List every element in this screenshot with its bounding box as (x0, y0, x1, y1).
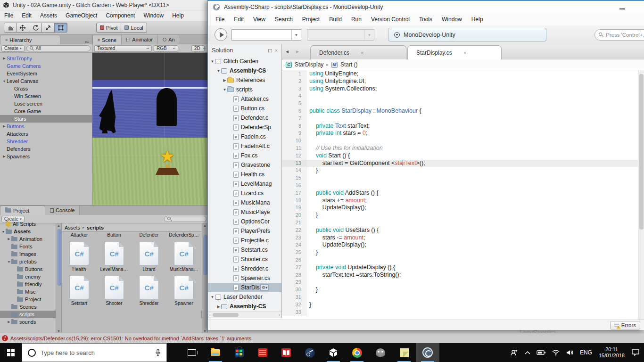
expand-down-icon[interactable]: ▼ (222, 88, 227, 92)
solution-item-shredder-c[interactable]: #Shredder.c (208, 264, 281, 273)
solution-item-projectile-c[interactable]: #Projectile.c (208, 236, 281, 245)
battery-button[interactable] (534, 343, 548, 362)
solution-item-playerprefs[interactable]: #PlayerPrefs (208, 226, 281, 236)
tab-animator[interactable]: Animator (122, 35, 158, 44)
line-number[interactable]: 8 (282, 123, 306, 130)
minimize-button[interactable] (619, 4, 626, 9)
line-number[interactable]: 3 (282, 85, 306, 93)
line-number[interactable]: 23 (282, 234, 306, 242)
project-tree-scrollbar[interactable]: ▲ ▼ (56, 223, 62, 333)
line-number[interactable]: 11 (282, 145, 306, 152)
code-line-31[interactable]: 31 (282, 294, 638, 301)
scroll-right-icon[interactable]: › (279, 313, 280, 317)
code-line-20[interactable]: 20 } (282, 212, 638, 219)
expand-right-icon[interactable]: ▶ (222, 78, 227, 82)
scrollbar-thumb[interactable] (203, 235, 207, 275)
asset-shredder[interactable]: C#Shredder (132, 276, 166, 306)
unity-menu-file[interactable]: File (0, 11, 17, 20)
line-number[interactable]: 9 (282, 130, 306, 137)
line-number[interactable]: 33 (282, 309, 306, 316)
expand-down-icon[interactable]: ▼ (210, 59, 215, 64)
code-line-30[interactable]: 30 } (282, 286, 638, 294)
code-line-1[interactable]: 1using UnityEngine; (282, 70, 638, 78)
line-number[interactable]: 17 (282, 189, 306, 197)
expand-down-icon[interactable]: ▼ (2, 80, 7, 83)
local-toggle-button[interactable]: Local (121, 23, 147, 33)
line-number[interactable]: 29 (282, 279, 306, 286)
md-menu-project[interactable]: Project (297, 15, 324, 24)
microsoft-store-button[interactable] (227, 343, 251, 362)
line-number[interactable]: 14 (282, 167, 306, 174)
solution-item-musicmana[interactable]: #MusicMana (208, 198, 281, 207)
hierarchy-item-buttons[interactable]: ▶Buttons (0, 123, 92, 130)
line-number[interactable]: 25 (282, 249, 306, 256)
start-button[interactable] (0, 343, 22, 362)
tab-project[interactable]: Project (0, 206, 45, 215)
solution-item-musicplaye[interactable]: #MusicPlaye (208, 207, 281, 217)
code-line-16[interactable]: 16 (282, 182, 638, 189)
solution-item-attacker-cs[interactable]: #Attacker.cs (208, 94, 281, 104)
scroll-up-icon[interactable]: ▲ (56, 224, 61, 227)
asset-lizard[interactable]: C#Lizard (132, 242, 166, 272)
asset-shooter[interactable]: C#Shooter (97, 276, 132, 306)
line-number[interactable]: 4 (282, 92, 306, 100)
hierarchy-item-grass[interactable]: Grass (0, 85, 92, 92)
code-line-32[interactable]: 32} (282, 301, 638, 309)
code-line-23[interactable]: 23 stars -= amount; (282, 234, 638, 242)
hand-tool-button[interactable] (4, 23, 17, 33)
editor-scrollbar[interactable] (638, 70, 644, 320)
scroll-down-icon[interactable]: ▼ (56, 329, 61, 333)
code-line-19[interactable]: 19 UpdateDisplay(); (282, 204, 638, 212)
solution-item-spawner-cs[interactable]: #Spawner.cs (208, 273, 281, 283)
code-line-17[interactable]: 17 public void AddStars () { (282, 189, 638, 197)
line-number[interactable]: 15 (282, 174, 306, 182)
code-line-15[interactable]: 15 (282, 174, 638, 182)
unity-menu-assets[interactable]: Assets (36, 11, 61, 20)
monodevelop-taskbar-button[interactable] (416, 343, 439, 362)
solution-item-levelmanag[interactable]: #LevelManag (208, 179, 281, 189)
expand-down-icon[interactable]: ▼ (210, 295, 215, 299)
scrollbar-thumb[interactable] (639, 74, 644, 230)
md-menu-edit[interactable]: Edit (229, 15, 248, 24)
move-tool-button[interactable] (17, 23, 29, 33)
code-line-24[interactable]: 24 UpdateDisplay(); (282, 241, 638, 249)
solution-item-gravestone[interactable]: #Gravestone (208, 160, 281, 170)
code-line-12[interactable]: 12 void Start () { (282, 152, 638, 160)
hierarchy-item-lose-screen[interactable]: Lose screen (0, 100, 92, 107)
solution-item-stardis[interactable]: #StarDis⚙▾ (208, 283, 281, 292)
expand-right-icon[interactable]: ▶ (2, 124, 7, 128)
code-line-22[interactable]: 22 public void UseStars () { (282, 227, 638, 234)
asset-health[interactable]: C#Health (62, 242, 97, 272)
breadcrumb-member[interactable]: Start () (340, 61, 358, 68)
md-menu-file[interactable]: File (211, 15, 229, 24)
solution-item-fadein-cs[interactable]: #FadeIn.cs (208, 132, 281, 141)
hierarchy-item-game-camera[interactable]: Game Camera (0, 62, 92, 70)
solution-item-references[interactable]: ▶References (208, 75, 281, 85)
ebook-app-button[interactable] (274, 343, 298, 362)
clock[interactable]: 20:11 15/01/2018 (595, 343, 628, 362)
line-number[interactable]: 20 (282, 212, 306, 219)
md-menu-build[interactable]: Build (324, 15, 347, 24)
hierarchy-item-eventsystem[interactable]: EventSystem (0, 70, 92, 77)
steam-button[interactable] (298, 343, 322, 362)
code-line-33[interactable]: 33 (282, 309, 638, 316)
breadcrumb-class[interactable]: StarDisplay (295, 61, 323, 68)
taskbar-search-input[interactable]: Type here to search (22, 343, 167, 362)
code-line-4[interactable]: 4 (282, 92, 638, 100)
scrollbar-thumb[interactable] (213, 313, 239, 317)
code-line-29[interactable]: 29 (282, 279, 638, 286)
line-number[interactable]: 1 (282, 70, 306, 78)
nav-back-icon[interactable]: ◂ (286, 48, 289, 55)
hierarchy-item-startrophy[interactable]: ▶StarTrophy (0, 55, 92, 62)
solution-item-health-cs[interactable]: #Health.cs (208, 170, 281, 179)
monodevelop-titlebar[interactable]: Assembly-CSharp - scripts\StarDisplay.cs… (208, 1, 644, 13)
asset-spawner[interactable]: C#Spawner (166, 276, 201, 306)
draw-mode-dropdown[interactable]: Textured (94, 45, 152, 52)
solution-item-assembly-cs[interactable]: ▼Assembly-CS (208, 66, 281, 75)
hierarchy-search-input[interactable]: All (26, 45, 91, 51)
unity-menu-help[interactable]: Help (168, 11, 188, 20)
unity-menu-component[interactable]: Component (101, 11, 139, 20)
errors-button[interactable]: Errors (610, 321, 640, 329)
line-number[interactable]: 7 (282, 115, 306, 123)
line-number[interactable]: 27 (282, 264, 306, 272)
